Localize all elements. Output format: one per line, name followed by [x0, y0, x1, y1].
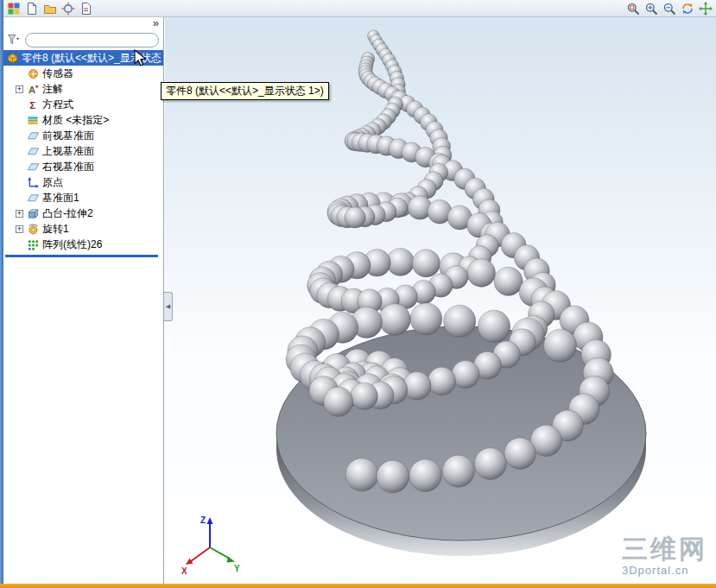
toolbar-right-group: [625, 1, 713, 16]
watermark-url-text: 3Dportal.cn: [622, 564, 707, 577]
annotations-icon: A: [26, 82, 40, 96]
3d-model-spheres-tree: [165, 17, 716, 584]
tree-item-revolve1[interactable]: +旋转1: [3, 221, 163, 237]
solidworks-window: » 零件8 (默认<<默认>_显示状态传感器+A注解Σ方程式材质 <未指定>前视…: [0, 0, 716, 588]
tree-item-label: 右视基准面: [42, 160, 94, 174]
triad-y-arrow: [227, 557, 236, 563]
pattern-icon: [26, 237, 40, 251]
triad-z-arrow: [207, 517, 213, 524]
zoom-area-icon[interactable]: [643, 1, 659, 16]
zoom-fit-icon[interactable]: [625, 1, 641, 16]
plane-icon: [26, 191, 40, 205]
rotate-view-icon[interactable]: [680, 1, 695, 16]
featuremanager-panel: » 零件8 (默认<<默认>_显示状态传感器+A注解Σ方程式材质 <未指定>前视…: [3, 17, 164, 584]
tree-item-label: 基准面1: [42, 191, 79, 205]
toolbar-left-group: [6, 1, 94, 16]
tree-item-label: 阵列(线性)26: [42, 237, 102, 252]
tree-item-label: 零件8 (默认<<默认>_显示状态: [22, 51, 162, 66]
graphics-viewport[interactable]: Z X Y 三维网 3Dportal.cn: [165, 17, 716, 584]
plane-icon: [26, 160, 40, 174]
new-document-icon[interactable]: [24, 1, 40, 16]
tree-item-equations[interactable]: Σ方程式: [3, 97, 163, 112]
tree-item-top-plane[interactable]: 上视基准面: [3, 143, 163, 159]
tree-item-label: 传感器: [42, 66, 73, 81]
panel-header: »: [3, 17, 163, 31]
tree-item-right-plane[interactable]: 右视基准面: [3, 159, 163, 174]
select-target-icon[interactable]: [60, 1, 76, 16]
equations-icon: Σ: [26, 98, 40, 111]
tree-item-origin[interactable]: 原点: [3, 174, 163, 190]
tree-item-label: 前视基准面: [42, 129, 94, 143]
tree-item-part-root[interactable]: 零件8 (默认<<默认>_显示状态: [3, 50, 163, 66]
feature-tree: 零件8 (默认<<默认>_显示状态传感器+A注解Σ方程式材质 <未指定>前视基准…: [3, 50, 163, 252]
filter-funnel-icon[interactable]: [6, 33, 20, 47]
triad-z-label: Z: [200, 515, 206, 525]
plane-icon: [26, 129, 40, 142]
tree-item-label: 方程式: [42, 98, 73, 112]
plane-icon: [26, 144, 40, 158]
tree-item-annotations[interactable]: +A注解: [3, 81, 163, 97]
rollback-bar[interactable]: [5, 255, 158, 257]
triad-x-arrow: [186, 559, 193, 566]
top-toolbar: [3, 0, 716, 17]
tree-item-plane1[interactable]: 基准面1: [3, 190, 163, 205]
tree-item-label: 注解: [42, 82, 63, 97]
tree-item-label: 原点: [42, 175, 63, 190]
extrude-icon: [26, 206, 40, 220]
part-icon: [5, 51, 19, 65]
origin-icon: [26, 175, 40, 189]
panel-more-chevron-icon[interactable]: »: [153, 16, 159, 29]
expand-plus-icon[interactable]: +: [16, 225, 23, 233]
material-icon: [26, 113, 40, 127]
triad-x-label: X: [181, 566, 187, 576]
zoom-inout-icon[interactable]: [662, 1, 677, 16]
view-selector-icon[interactable]: [6, 1, 22, 16]
revolve-icon: [26, 222, 40, 236]
feature-tooltip: 零件8 (默认<<默认>_显示状态 1>): [161, 82, 329, 100]
triad-y-label: Y: [234, 564, 240, 573]
window-left-border: [0, 0, 3, 588]
tree-item-sensors[interactable]: 传感器: [3, 66, 163, 81]
feature-filter-input[interactable]: [25, 33, 159, 47]
pan-icon[interactable]: [698, 1, 713, 16]
expand-plus-icon[interactable]: +: [16, 210, 23, 218]
tree-item-label: 旋转1: [42, 222, 69, 237]
tree-item-label: 上视基准面: [42, 144, 94, 159]
svg-text:Σ: Σ: [29, 98, 35, 110]
sensors-icon: [26, 66, 40, 80]
watermark: 三维网 3Dportal.cn: [622, 536, 707, 577]
open-document-icon[interactable]: [42, 1, 58, 16]
document-properties-icon[interactable]: [79, 1, 94, 16]
tree-item-pattern-linear26[interactable]: 阵列(线性)26: [3, 237, 163, 252]
tree-item-material[interactable]: 材质 <未指定>: [3, 112, 163, 128]
svg-text:A: A: [28, 84, 35, 94]
expand-plus-icon[interactable]: +: [16, 85, 23, 93]
orientation-triad: Z X Y: [179, 511, 244, 577]
panel-collapse-arrow[interactable]: ◀: [164, 292, 173, 321]
tree-item-front-plane[interactable]: 前视基准面: [3, 128, 163, 143]
tree-item-boss-extrude2[interactable]: +凸台-拉伸2: [3, 205, 163, 221]
taskbar-edge: [0, 584, 716, 588]
filter-row: [6, 32, 159, 47]
tree-item-label: 材质 <未指定>: [42, 113, 109, 128]
watermark-logo-text: 三维网: [622, 536, 707, 562]
tree-item-label: 凸台-拉伸2: [42, 206, 93, 221]
